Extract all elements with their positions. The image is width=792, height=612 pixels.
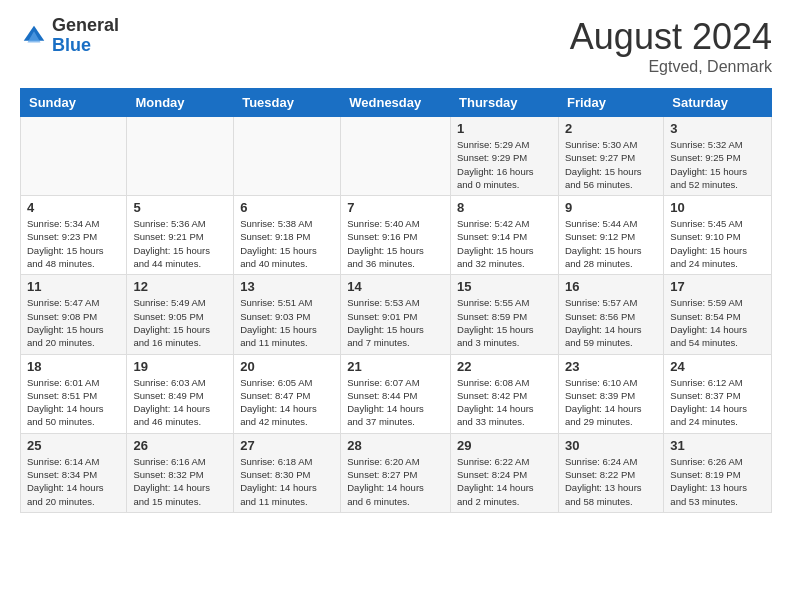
calendar-header-sunday: Sunday	[21, 89, 127, 117]
day-info: Sunrise: 6:05 AM Sunset: 8:47 PM Dayligh…	[240, 376, 334, 429]
calendar-header-friday: Friday	[558, 89, 663, 117]
day-number: 22	[457, 359, 552, 374]
day-number: 29	[457, 438, 552, 453]
day-info: Sunrise: 5:30 AM Sunset: 9:27 PM Dayligh…	[565, 138, 657, 191]
day-info: Sunrise: 5:47 AM Sunset: 9:08 PM Dayligh…	[27, 296, 120, 349]
day-info: Sunrise: 6:07 AM Sunset: 8:44 PM Dayligh…	[347, 376, 444, 429]
calendar-cell: 28Sunrise: 6:20 AM Sunset: 8:27 PM Dayli…	[341, 433, 451, 512]
day-info: Sunrise: 5:51 AM Sunset: 9:03 PM Dayligh…	[240, 296, 334, 349]
day-info: Sunrise: 6:24 AM Sunset: 8:22 PM Dayligh…	[565, 455, 657, 508]
day-info: Sunrise: 5:55 AM Sunset: 8:59 PM Dayligh…	[457, 296, 552, 349]
calendar-cell: 1Sunrise: 5:29 AM Sunset: 9:29 PM Daylig…	[451, 117, 559, 196]
calendar-cell: 9Sunrise: 5:44 AM Sunset: 9:12 PM Daylig…	[558, 196, 663, 275]
logo-general: General	[52, 16, 119, 36]
logo-text: General Blue	[52, 16, 119, 56]
calendar-cell: 16Sunrise: 5:57 AM Sunset: 8:56 PM Dayli…	[558, 275, 663, 354]
day-number: 9	[565, 200, 657, 215]
day-info: Sunrise: 6:03 AM Sunset: 8:49 PM Dayligh…	[133, 376, 227, 429]
calendar-cell: 27Sunrise: 6:18 AM Sunset: 8:30 PM Dayli…	[234, 433, 341, 512]
calendar-header-thursday: Thursday	[451, 89, 559, 117]
day-number: 6	[240, 200, 334, 215]
day-number: 10	[670, 200, 765, 215]
calendar-cell: 21Sunrise: 6:07 AM Sunset: 8:44 PM Dayli…	[341, 354, 451, 433]
day-info: Sunrise: 6:22 AM Sunset: 8:24 PM Dayligh…	[457, 455, 552, 508]
title-section: August 2024 Egtved, Denmark	[570, 16, 772, 76]
calendar-week-row: 18Sunrise: 6:01 AM Sunset: 8:51 PM Dayli…	[21, 354, 772, 433]
day-info: Sunrise: 5:36 AM Sunset: 9:21 PM Dayligh…	[133, 217, 227, 270]
day-number: 16	[565, 279, 657, 294]
day-info: Sunrise: 5:38 AM Sunset: 9:18 PM Dayligh…	[240, 217, 334, 270]
calendar-cell: 10Sunrise: 5:45 AM Sunset: 9:10 PM Dayli…	[664, 196, 772, 275]
calendar-cell: 15Sunrise: 5:55 AM Sunset: 8:59 PM Dayli…	[451, 275, 559, 354]
day-number: 8	[457, 200, 552, 215]
calendar-header-tuesday: Tuesday	[234, 89, 341, 117]
logo-blue: Blue	[52, 36, 119, 56]
calendar-cell	[21, 117, 127, 196]
calendar-cell: 23Sunrise: 6:10 AM Sunset: 8:39 PM Dayli…	[558, 354, 663, 433]
day-info: Sunrise: 5:32 AM Sunset: 9:25 PM Dayligh…	[670, 138, 765, 191]
day-number: 5	[133, 200, 227, 215]
day-info: Sunrise: 6:10 AM Sunset: 8:39 PM Dayligh…	[565, 376, 657, 429]
day-info: Sunrise: 5:45 AM Sunset: 9:10 PM Dayligh…	[670, 217, 765, 270]
day-info: Sunrise: 6:01 AM Sunset: 8:51 PM Dayligh…	[27, 376, 120, 429]
day-number: 21	[347, 359, 444, 374]
day-info: Sunrise: 6:26 AM Sunset: 8:19 PM Dayligh…	[670, 455, 765, 508]
calendar-header-saturday: Saturday	[664, 89, 772, 117]
calendar-cell: 30Sunrise: 6:24 AM Sunset: 8:22 PM Dayli…	[558, 433, 663, 512]
day-info: Sunrise: 6:18 AM Sunset: 8:30 PM Dayligh…	[240, 455, 334, 508]
calendar-cell: 4Sunrise: 5:34 AM Sunset: 9:23 PM Daylig…	[21, 196, 127, 275]
calendar-cell: 13Sunrise: 5:51 AM Sunset: 9:03 PM Dayli…	[234, 275, 341, 354]
calendar-cell	[341, 117, 451, 196]
day-number: 23	[565, 359, 657, 374]
calendar-header-monday: Monday	[127, 89, 234, 117]
calendar-week-row: 4Sunrise: 5:34 AM Sunset: 9:23 PM Daylig…	[21, 196, 772, 275]
calendar-cell: 12Sunrise: 5:49 AM Sunset: 9:05 PM Dayli…	[127, 275, 234, 354]
day-number: 17	[670, 279, 765, 294]
location: Egtved, Denmark	[570, 58, 772, 76]
calendar-cell: 19Sunrise: 6:03 AM Sunset: 8:49 PM Dayli…	[127, 354, 234, 433]
calendar-cell: 2Sunrise: 5:30 AM Sunset: 9:27 PM Daylig…	[558, 117, 663, 196]
day-number: 14	[347, 279, 444, 294]
day-info: Sunrise: 5:29 AM Sunset: 9:29 PM Dayligh…	[457, 138, 552, 191]
day-info: Sunrise: 5:53 AM Sunset: 9:01 PM Dayligh…	[347, 296, 444, 349]
day-number: 12	[133, 279, 227, 294]
calendar-header-row: SundayMondayTuesdayWednesdayThursdayFrid…	[21, 89, 772, 117]
calendar-cell: 17Sunrise: 5:59 AM Sunset: 8:54 PM Dayli…	[664, 275, 772, 354]
day-number: 4	[27, 200, 120, 215]
calendar-week-row: 11Sunrise: 5:47 AM Sunset: 9:08 PM Dayli…	[21, 275, 772, 354]
day-info: Sunrise: 6:08 AM Sunset: 8:42 PM Dayligh…	[457, 376, 552, 429]
day-info: Sunrise: 5:49 AM Sunset: 9:05 PM Dayligh…	[133, 296, 227, 349]
day-info: Sunrise: 6:20 AM Sunset: 8:27 PM Dayligh…	[347, 455, 444, 508]
calendar-cell: 8Sunrise: 5:42 AM Sunset: 9:14 PM Daylig…	[451, 196, 559, 275]
day-number: 18	[27, 359, 120, 374]
day-number: 1	[457, 121, 552, 136]
day-info: Sunrise: 5:59 AM Sunset: 8:54 PM Dayligh…	[670, 296, 765, 349]
calendar-cell: 26Sunrise: 6:16 AM Sunset: 8:32 PM Dayli…	[127, 433, 234, 512]
day-info: Sunrise: 6:14 AM Sunset: 8:34 PM Dayligh…	[27, 455, 120, 508]
calendar-header-wednesday: Wednesday	[341, 89, 451, 117]
calendar-cell: 29Sunrise: 6:22 AM Sunset: 8:24 PM Dayli…	[451, 433, 559, 512]
header: General Blue August 2024 Egtved, Denmark	[20, 16, 772, 76]
day-number: 24	[670, 359, 765, 374]
day-number: 31	[670, 438, 765, 453]
day-number: 11	[27, 279, 120, 294]
day-info: Sunrise: 5:34 AM Sunset: 9:23 PM Dayligh…	[27, 217, 120, 270]
logo-icon	[20, 22, 48, 50]
page: General Blue August 2024 Egtved, Denmark…	[0, 0, 792, 523]
month-year: August 2024	[570, 16, 772, 58]
calendar-cell: 5Sunrise: 5:36 AM Sunset: 9:21 PM Daylig…	[127, 196, 234, 275]
calendar-cell	[234, 117, 341, 196]
calendar-week-row: 25Sunrise: 6:14 AM Sunset: 8:34 PM Dayli…	[21, 433, 772, 512]
day-number: 19	[133, 359, 227, 374]
day-number: 15	[457, 279, 552, 294]
day-info: Sunrise: 5:44 AM Sunset: 9:12 PM Dayligh…	[565, 217, 657, 270]
day-number: 27	[240, 438, 334, 453]
calendar-cell: 18Sunrise: 6:01 AM Sunset: 8:51 PM Dayli…	[21, 354, 127, 433]
day-number: 25	[27, 438, 120, 453]
day-number: 2	[565, 121, 657, 136]
day-info: Sunrise: 6:16 AM Sunset: 8:32 PM Dayligh…	[133, 455, 227, 508]
calendar-table: SundayMondayTuesdayWednesdayThursdayFrid…	[20, 88, 772, 513]
calendar-cell: 6Sunrise: 5:38 AM Sunset: 9:18 PM Daylig…	[234, 196, 341, 275]
calendar-week-row: 1Sunrise: 5:29 AM Sunset: 9:29 PM Daylig…	[21, 117, 772, 196]
calendar-cell: 24Sunrise: 6:12 AM Sunset: 8:37 PM Dayli…	[664, 354, 772, 433]
